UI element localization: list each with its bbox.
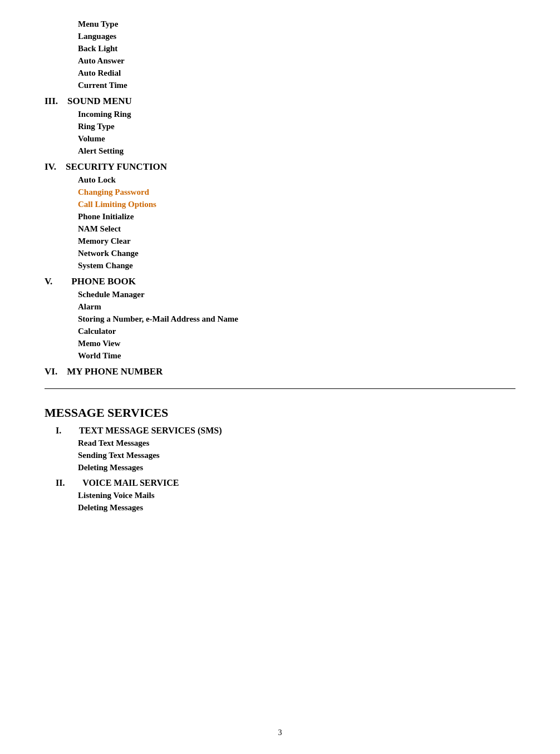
- text-message-services-heading: I. TEXT MESSAGE SERVICES (SMS): [45, 426, 515, 436]
- auto-answer-item: Auto Answer: [45, 56, 515, 66]
- alarm-item: Alarm: [45, 302, 515, 312]
- security-function-heading: IV. SECURITY FUNCTION: [45, 161, 515, 173]
- section-divider: [45, 388, 515, 389]
- sound-menu-heading: III. SOUND MENU: [45, 96, 515, 107]
- read-text-messages-item: Read Text Messages: [45, 438, 515, 448]
- storing-number-item: Storing a Number, e-Mail Address and Nam…: [45, 314, 515, 324]
- system-change-item: System Change: [45, 261, 515, 270]
- nam-select-item: NAM Select: [45, 224, 515, 234]
- auto-lock-item: Auto Lock: [45, 175, 515, 185]
- menu-type-item: Menu Type: [45, 19, 515, 29]
- world-time-item: World Time: [45, 351, 515, 361]
- toc-container: Menu Type Languages Back Light Auto Answ…: [45, 19, 515, 512]
- deleting-messages-item-1: Deleting Messages: [45, 463, 515, 472]
- page-number: 3: [0, 728, 560, 737]
- ring-type-item: Ring Type: [45, 122, 515, 131]
- memory-clear-item: Memory Clear: [45, 236, 515, 246]
- incoming-ring-item: Incoming Ring: [45, 110, 515, 119]
- call-limiting-options-item: Call Limiting Options: [45, 200, 515, 209]
- changing-password-item: Changing Password: [45, 188, 515, 197]
- current-time-item: Current Time: [45, 81, 515, 90]
- calculator-item: Calculator: [45, 327, 515, 336]
- phone-book-heading: V. PHONE BOOK: [45, 276, 515, 287]
- network-change-item: Network Change: [45, 249, 515, 258]
- volume-item: Volume: [45, 134, 515, 144]
- phone-initialize-item: Phone Initialize: [45, 212, 515, 221]
- schedule-manager-item: Schedule Manager: [45, 290, 515, 299]
- languages-item: Languages: [45, 32, 515, 41]
- message-services-title: MESSAGE SERVICES: [45, 406, 515, 420]
- auto-redial-item: Auto Redial: [45, 68, 515, 78]
- memo-view-item: Memo View: [45, 339, 515, 348]
- voice-mail-service-heading: II. VOICE MAIL SERVICE: [45, 478, 515, 488]
- alert-setting-item: Alert Setting: [45, 146, 515, 156]
- my-phone-number-heading: VI. MY PHONE NUMBER: [45, 366, 515, 377]
- deleting-messages-item-2: Deleting Messages: [45, 503, 515, 512]
- back-light-item: Back Light: [45, 44, 515, 53]
- sending-text-messages-item: Sending Text Messages: [45, 451, 515, 460]
- listening-voice-mails-item: Listening Voice Mails: [45, 491, 515, 500]
